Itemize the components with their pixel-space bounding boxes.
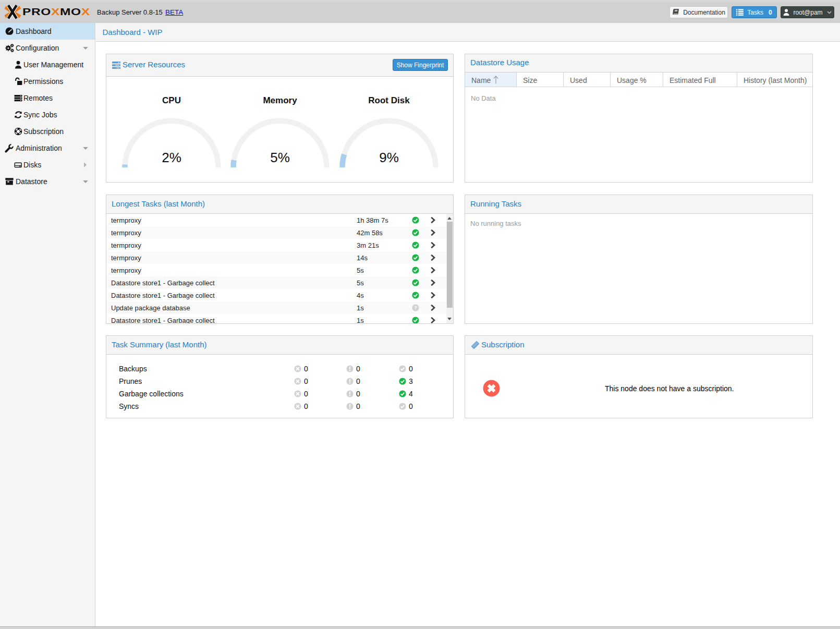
svg-text:?: ? [414,305,417,310]
svg-text:PROXMOX: PROXMOX [22,7,90,18]
